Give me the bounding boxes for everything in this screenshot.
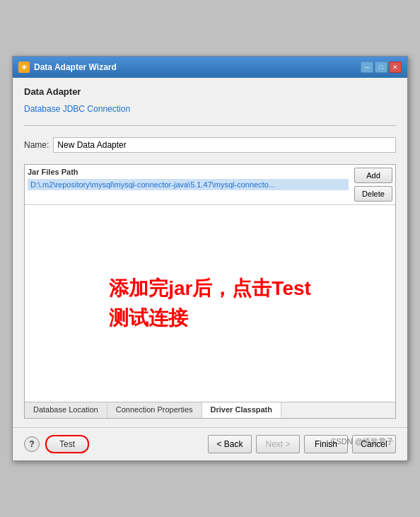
window-content: Data Adapter Database JDBC Connection Na… [13, 78, 407, 427]
title-bar: ★ Data Adapter Wizard ─ □ ✕ [13, 57, 407, 78]
tab-driver-classpath[interactable]: Driver Classpath [202, 402, 281, 418]
name-input[interactable] [53, 137, 396, 153]
jar-panel: Jar Files Path D:\.m2\repository\mysql\m… [25, 165, 395, 205]
test-button[interactable]: Test [45, 435, 89, 453]
annotation-line2: 测试连接 [109, 303, 311, 333]
bottom-left: ? Test [24, 435, 89, 453]
title-buttons: ─ □ ✕ [361, 62, 402, 73]
back-button[interactable]: < Back [208, 435, 252, 453]
next-button[interactable]: Next > [256, 435, 300, 453]
name-row: Name: [24, 137, 396, 153]
title-bar-left: ★ Data Adapter Wizard [18, 62, 117, 73]
add-button[interactable]: Add [354, 168, 392, 183]
close-button[interactable]: ✕ [389, 62, 402, 73]
app-icon: ★ [18, 62, 30, 73]
section-header: Data Adapter [24, 86, 396, 97]
main-panel: Jar Files Path D:\.m2\repository\mysql\m… [24, 164, 396, 419]
watermark: CSDN @悟世君子 [331, 436, 394, 447]
help-button[interactable]: ? [24, 436, 40, 452]
jar-list-area: Jar Files Path D:\.m2\repository\mysql\m… [25, 165, 351, 204]
window-title: Data Adapter Wizard [34, 62, 117, 72]
tab-database-location[interactable]: Database Location [25, 402, 107, 418]
minimize-button[interactable]: ─ [361, 62, 373, 73]
jar-list-item[interactable]: D:\.m2\repository\mysql\mysql-connector-… [28, 179, 349, 190]
tabs-row: Database Location Connection Properties … [25, 402, 395, 418]
data-adapter-wizard-window: ★ Data Adapter Wizard ─ □ ✕ Data Adapter… [12, 56, 408, 461]
name-label: Name: [24, 140, 49, 150]
section-subtitle: Database JDBC Connection [24, 104, 396, 114]
jar-buttons: Add Delete [351, 165, 395, 204]
delete-button[interactable]: Delete [354, 186, 392, 202]
annotation-text: 添加完jar后，点击Test 测试连接 [109, 274, 311, 333]
annotation-area: 添加完jar后，点击Test 测试连接 [25, 205, 395, 402]
tab-connection-properties[interactable]: Connection Properties [107, 402, 202, 418]
divider-top [24, 125, 396, 126]
maximize-button[interactable]: □ [375, 62, 387, 73]
annotation-line1: 添加完jar后，点击Test [109, 274, 311, 303]
jar-list-header: Jar Files Path [28, 168, 349, 176]
